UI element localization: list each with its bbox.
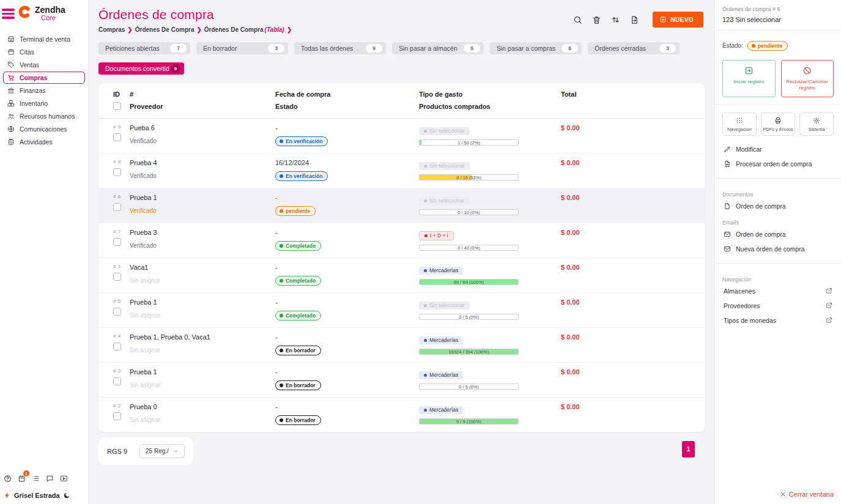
page-size-select[interactable]: 25 Reg./ <box>139 444 185 458</box>
row-checkbox[interactable] <box>113 273 121 281</box>
search-icon[interactable] <box>573 15 582 24</box>
status-dot <box>280 418 283 422</box>
transfer-icon[interactable] <box>611 15 620 24</box>
cancel-icon <box>802 66 812 75</box>
table-row[interactable]: # 7Prueba 3Verificado-CompletadoI + D + … <box>98 223 705 258</box>
chat-tool-button[interactable] <box>46 474 54 482</box>
table-row[interactable]: # 4Prueba 1, Prueba 0, Vaca1Sin asignar-… <box>98 328 705 363</box>
filter-count-badge: 9 <box>171 64 180 73</box>
proveedores-link[interactable]: Proveedores <box>722 298 834 313</box>
tab-sistema[interactable]: Sistema <box>799 113 834 136</box>
dark-mode-icon[interactable] <box>63 492 70 499</box>
sidebar-item-comunicaciones[interactable]: Comunicaciones <box>3 123 85 135</box>
menu-toggle-button[interactable] <box>2 6 15 21</box>
filter-todas-las-ordenes[interactable]: Todas las órdenes9 <box>294 42 386 54</box>
filter-label: En borrador <box>203 45 237 52</box>
breadcrumb-item[interactable]: Órdenes De Compra <box>135 26 195 33</box>
filter-ordenes-cerradas[interactable]: Órdenes cerradas3 <box>588 42 680 54</box>
help-tool-button[interactable] <box>4 474 12 482</box>
gasto-badge: Mercaderías <box>419 371 463 380</box>
estado-label: Estado: <box>722 42 743 49</box>
filter-sin-pasar-a-almacen[interactable]: Sin pasar a almacén6 <box>392 42 484 54</box>
globe-icon <box>7 125 15 133</box>
primary-actions: Iniciar registroRechazar/Cancelar regist… <box>722 60 834 97</box>
breadcrumb-item[interactable]: Órdenes De Compra <box>204 26 264 33</box>
chat-icon <box>46 475 54 483</box>
sidebar-item-citas[interactable]: Citas <box>3 46 85 58</box>
select-all-checkbox[interactable] <box>113 102 121 110</box>
row-checkbox[interactable] <box>113 168 121 176</box>
row-checkbox[interactable] <box>113 203 121 211</box>
row-checkbox[interactable] <box>113 238 121 246</box>
column-fecha: Fecha de compra Estado <box>275 91 419 111</box>
proveedor-status: Sin asignar <box>130 417 275 423</box>
row-id: # 6 <box>113 194 130 199</box>
estado-value: pendiente <box>758 43 782 49</box>
filter-sin-pasar-a-compras[interactable]: Sin pasar a compras6 <box>490 42 582 54</box>
new-button[interactable]: NUEVO <box>653 12 703 28</box>
table-row[interactable]: # 1Vaca1Sin asignar-CompletadoMercadería… <box>98 258 705 293</box>
tab-pdfs-y-envios[interactable]: PDFs y Envíos <box>761 113 795 136</box>
export-file-icon[interactable] <box>630 15 639 24</box>
gasto-badge-label: Mercaderías <box>429 338 458 343</box>
sidebar-item-finanzas[interactable]: Finanzas <box>3 84 85 97</box>
table-row[interactable]: # 6Prueba 1Verificado-pendienteSin selec… <box>98 188 705 223</box>
filter-documentos-convertidos[interactable]: Documentos convertidos 9 <box>98 62 184 75</box>
filter-en-borrador[interactable]: En borrador3 <box>196 42 288 54</box>
row-checkbox[interactable] <box>113 343 121 350</box>
table-row[interactable]: # 3Prueba 1Sin asignar-En borradorMercad… <box>98 363 705 398</box>
orden-de-compra-link[interactable]: Orden de compra <box>722 227 834 242</box>
calendar-badge-tool-button[interactable]: 1 <box>18 474 26 482</box>
progress-bar: 69 / 69 (100%) <box>419 279 519 285</box>
table-row[interactable]: # 2Prueba 0Sin asignar-En borradorMercad… <box>98 398 705 432</box>
sidebar-item-compras[interactable]: Compras <box>3 72 85 84</box>
gasto-dot <box>424 165 427 168</box>
nueva-orden-de-compra-link[interactable]: Nueva órden de compra <box>722 242 834 256</box>
row-checkbox[interactable] <box>113 308 121 316</box>
table-row[interactable]: # 5Prueba 1Sin asignar-CompletadoSin sel… <box>98 293 705 328</box>
list-tool-button[interactable] <box>32 474 40 482</box>
filter-count-badge: 3 <box>659 44 676 53</box>
table-row[interactable]: # 8Prueba 4Verificado16/12/2024En verifi… <box>98 154 705 188</box>
procesar-orden-de-compra-link[interactable]: Procesar orden de compra <box>722 157 834 171</box>
row-total: $ 0.00 <box>561 368 705 376</box>
play-tool-button[interactable] <box>60 474 68 482</box>
sidebar-item-actividades[interactable]: Actividades <box>3 136 85 148</box>
gasto-badge-label: Sin seleccionar <box>429 303 465 308</box>
breadcrumb-view: (Tabla) <box>265 26 284 33</box>
gasto-badge: I + D + i <box>419 231 454 241</box>
iniciar-registro-button[interactable]: Iniciar registro <box>722 60 776 97</box>
cart-icon <box>7 74 15 81</box>
orden-de-compra-link[interactable]: Orden de compra <box>722 199 834 213</box>
play-icon <box>60 475 68 483</box>
estado-badge-label: pendiente <box>286 209 310 214</box>
sidebar-item-terminal-de-venta[interactable]: Terminal de venta <box>3 33 85 45</box>
rechazar-cancelar-registro-button[interactable]: Rechazar/Cancelar registro <box>781 60 834 97</box>
divider <box>715 178 841 179</box>
user-menu[interactable]: Grisel Estrada <box>4 492 83 499</box>
sidebar-item-ventas[interactable]: Ventas <box>3 59 85 71</box>
table-row[interactable]: # 9Pueba 6Verificado-En verificaciónSin … <box>98 119 705 154</box>
sidebar-item-recursos-humanos[interactable]: Recursos humanos <box>3 110 85 122</box>
tipos-de-monedas-link[interactable]: Tipos de monedas <box>722 313 834 328</box>
breadcrumb-separator: ❯ <box>196 26 201 33</box>
link-label: Tipos de monedas <box>724 317 776 324</box>
proveedor-status: Sin asignar <box>130 277 275 284</box>
row-id-cell: # 3 <box>113 368 130 385</box>
almacenes-link[interactable]: Almacenes <box>722 284 834 298</box>
trash-icon[interactable] <box>592 15 601 24</box>
row-checkbox[interactable] <box>113 412 121 420</box>
close-window-button[interactable]: Cerrar ventana <box>780 491 834 498</box>
filter-peticiones-abiertas[interactable]: Peticiones abiertas7 <box>98 42 190 54</box>
tab-navegacion[interactable]: Navegación <box>722 113 757 136</box>
row-checkbox[interactable] <box>113 377 121 385</box>
sidebar-item-inventario[interactable]: Inventario <box>3 97 85 109</box>
row-proveedor-cell: Prueba 1, Prueba 0, Vaca1Sin asignar <box>130 333 275 354</box>
close-window-label: Cerrar ventana <box>789 491 834 498</box>
proveedor-name: Prueba 4 <box>130 159 275 167</box>
row-checkbox[interactable] <box>113 133 121 141</box>
breadcrumb-item[interactable]: Compras <box>98 26 125 33</box>
page-1-button[interactable]: 1 <box>682 441 695 458</box>
modificar-link[interactable]: Modificar <box>722 142 834 157</box>
row-total: $ 0.00 <box>561 403 705 410</box>
